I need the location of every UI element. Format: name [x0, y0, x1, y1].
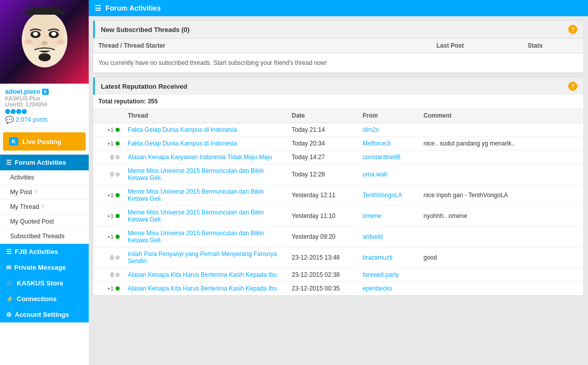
rep-date-cell: Today 20:34 [288, 137, 359, 150]
rep-thread-link[interactable]: Fakta Gelap Dunia Kampus di Indonesia [128, 140, 237, 147]
svg-point-7 [39, 53, 51, 61]
rep-thread-link[interactable]: Alasan Kenapa Kita Harus Berterima Kasih… [128, 285, 277, 292]
rep-date-cell: Today 14:27 [288, 151, 359, 164]
rep-from-cell: brazamuzti [359, 251, 420, 264]
sidebar-item-my-post[interactable]: My Post ? [0, 185, 89, 200]
rep-row: +1Meme Miss Universe 2015 Bermunculan da… [93, 206, 583, 227]
svg-point-6 [42, 41, 48, 45]
reputation-section: Latest Reputation Received ? Total reput… [93, 77, 584, 296]
sidebar-section-forum-activities[interactable]: ☰ Forum Activities [0, 155, 89, 170]
rep-comment-cell [420, 171, 584, 177]
sidebar-item-subscribed-threads[interactable]: Subscribed Threads [0, 229, 89, 244]
rep-dot-positive [116, 193, 120, 197]
rep-from-link[interactable]: epenbecks [363, 285, 392, 292]
sidebar: adoel.piero K KASKUS Plus UserID: 120495… [0, 0, 89, 365]
rep-from-link[interactable]: omene [363, 212, 382, 220]
forum-activities-label: Forum Activities [15, 159, 66, 166]
rep-col-comment: Comment [420, 108, 584, 123]
rep-score-cell: +1 [93, 231, 124, 243]
activities-label: Activities [10, 174, 34, 181]
rep-from-link[interactable]: ardveld [363, 233, 383, 240]
rep-thread-cell: Fakta Gelap Dunia Kampus di Indonesia [124, 123, 288, 136]
sidebar-item-my-thread[interactable]: My Thread ? [0, 200, 89, 214]
col-thread-starter: Thread / Thread Starter [93, 39, 431, 53]
rep-from-link[interactable]: MelforceJr [363, 140, 391, 147]
subscribed-threads-empty: You currently have no subscribed threads… [93, 53, 583, 72]
rep-comment-cell: nyohhh.. omene [420, 209, 584, 223]
sidebar-section-kaskus-store[interactable]: 🛒 KASKUS Store [0, 275, 89, 291]
rep-score-cell: +1 [93, 210, 124, 222]
subscribed-threads-title: New Subscribed Threads (0) [101, 26, 190, 33]
user-info: adoel.piero K KASKUS Plus UserID: 120495… [0, 84, 89, 128]
rep-comment-cell: nice inpoh gan - TenthVongoLA [420, 189, 584, 202]
sidebar-section-private-message[interactable]: ✉ Private Message [0, 260, 89, 275]
sidebar-item-my-quoted-post[interactable]: My Quoted Post [0, 214, 89, 229]
rep-row: +1Fakta Gelap Dunia Kampus di IndonesiaT… [93, 123, 583, 137]
svg-point-4 [33, 32, 38, 36]
rep-from-cell: ardveld [359, 230, 420, 243]
rep-from-link[interactable]: farewell.party [363, 271, 399, 278]
rep-dot-neutral [116, 273, 120, 277]
rep-from-cell: dim2s [359, 123, 420, 136]
sidebar-section-fjb[interactable]: ☰ FJB Activities [0, 244, 89, 260]
posts-label: posts [33, 116, 48, 123]
star-3 [16, 109, 21, 114]
rep-thread-link[interactable]: Meme Miss Universe 2015 Bermunculan dan … [128, 230, 264, 244]
rep-from-cell: uma.wati [359, 168, 420, 181]
rep-from-link[interactable]: dim2s [363, 126, 379, 133]
rep-from-link[interactable]: brazamuzti [363, 254, 393, 261]
rep-thread-link[interactable]: Alasan Kenapa Kita Harus Berterima Kasih… [128, 271, 277, 278]
subscribed-threads-table-header: Thread / Thread Starter Last Post Stats [93, 38, 583, 53]
rep-thread-cell: Meme Miss Universe 2015 Bermunculan dan … [124, 185, 288, 205]
my-quoted-post-label: My Quoted Post [10, 218, 54, 225]
connections-icon: ⚡ [6, 296, 14, 303]
rep-date-cell: Yesterday 09:20 [288, 230, 359, 243]
avatar-area [0, 0, 89, 84]
rep-thread-link[interactable]: Alasan Kenapa Karyawan Indonesia Tidak M… [128, 154, 272, 161]
rep-from-link[interactable]: TenthVongoLA [363, 192, 402, 199]
sidebar-section-account-settings[interactable]: ⚙ Account Settings [0, 307, 89, 322]
sidebar-section-connections[interactable]: ⚡ Connections [0, 291, 89, 307]
rep-thread-link[interactable]: Meme Miss Universe 2015 Bermunculan dan … [128, 209, 264, 223]
subscribed-threads-header: New Subscribed Threads (0) ? [93, 21, 583, 38]
rep-thread-cell: Meme Miss Universe 2015 Bermunculan dan … [124, 227, 288, 247]
rep-col-thread: Thread [124, 108, 288, 123]
pm-icon: ✉ [6, 264, 11, 271]
rep-row: 0Alasan Kenapa Karyawan Indonesia Tidak … [93, 151, 583, 164]
sidebar-item-activities[interactable]: Activities [0, 170, 89, 185]
user-stars [5, 109, 84, 114]
username[interactable]: adoel.piero [5, 88, 40, 95]
rep-row: +1Meme Miss Universe 2015 Bermunculan da… [93, 227, 583, 247]
rep-score-cell: 0 [93, 251, 124, 264]
rep-date-cell: Today 21:14 [288, 123, 359, 136]
live-k-badge: K [9, 137, 18, 145]
rep-dot-positive [116, 141, 120, 145]
rep-thread-cell: Fakta Gelap Dunia Kampus di Indonesia [124, 137, 288, 150]
star-1 [5, 109, 10, 114]
my-post-label: My Post [10, 189, 32, 196]
rep-thread-link[interactable]: Fakta Gelap Dunia Kampus di Indonesia [128, 126, 237, 133]
posts-icon: 💬 [5, 116, 14, 124]
reputation-help-button[interactable]: ? [568, 82, 577, 91]
rep-score-cell: 0 [93, 168, 124, 180]
reputation-title: Latest Reputation Received [101, 83, 188, 90]
rep-row: +1Meme Miss Universe 2015 Bermunculan da… [93, 185, 583, 206]
rep-row: 0Alasan Kenapa Kita Harus Berterima Kasi… [93, 268, 583, 282]
svg-point-9 [57, 40, 65, 45]
rep-thread-link[interactable]: Meme Miss Universe 2015 Bermunculan dan … [128, 167, 264, 181]
rep-from-link[interactable]: uma.wati [363, 171, 387, 178]
live-posting-button[interactable]: K Live Posting [3, 132, 86, 151]
subscribed-threads-help-button[interactable]: ? [568, 25, 577, 34]
rep-thread-link[interactable]: Meme Miss Universe 2015 Bermunculan dan … [128, 188, 264, 202]
store-label: KASKUS Store [17, 279, 63, 287]
rep-from-link[interactable]: constantine66 [363, 154, 401, 161]
rep-score-cell: +1 [93, 189, 124, 201]
star-4 [22, 109, 27, 114]
store-icon: 🛒 [6, 280, 14, 287]
rep-comment-cell [420, 272, 584, 278]
rep-dot-neutral [116, 256, 120, 260]
subscribed-threads-section: New Subscribed Threads (0) ? Thread / Th… [93, 20, 584, 73]
rep-from-cell: omene [359, 209, 420, 223]
rep-thread-link[interactable]: Inilah Para Penyanyi yang Pernah Menyera… [128, 250, 277, 265]
svg-point-8 [24, 40, 32, 45]
